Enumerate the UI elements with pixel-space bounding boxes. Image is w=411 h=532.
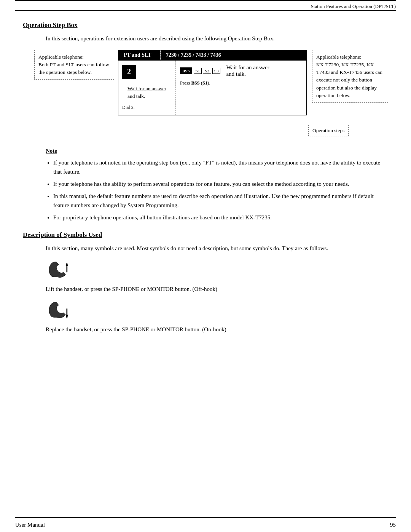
left-note-box: Applicable telephone: Both PT and SLT us…: [34, 50, 114, 80]
wait-text-1a: Wait for an answer: [127, 85, 166, 93]
wait-underline-1a: Wait for an answer: [127, 86, 166, 91]
bss-bold: BSS: [191, 80, 200, 86]
step-box-header: PT and SLT 7230 / 7235 / 7433 / 7436: [118, 50, 306, 61]
onhook-svg: [46, 300, 73, 323]
offhook-svg: [46, 260, 73, 283]
symbols-section: Description of Symbols Used In this sect…: [23, 231, 388, 334]
operation-steps-label: Operation steps: [312, 128, 344, 133]
step-wait-left: Wait for an answer and talk.: [122, 80, 172, 105]
operation-step-box-section: Operation Step Box In this section, oper…: [23, 21, 388, 136]
s1-button[interactable]: S1: [194, 68, 202, 74]
header-cell-pt-slt: PT and SLT: [118, 50, 160, 60]
step-box-body: 2 Wait for an answer and talk. Dial 2. B…: [118, 61, 306, 115]
step-right-col: BSS S1 S2 S3 Wait for an answer and talk…: [176, 61, 306, 115]
footer-left: User Manual: [15, 522, 45, 528]
press-bss-label: Press BSS (S1).: [180, 80, 303, 86]
symbol2-desc: Replace the handset, or press the SP-PHO…: [46, 325, 388, 334]
main-content: Operation Step Box In this section, oper…: [0, 11, 411, 356]
operation-steps-box: Operation steps: [308, 125, 349, 136]
list-item: In this manual, the default feature numb…: [53, 192, 388, 210]
bss-button[interactable]: BSS: [180, 67, 192, 74]
bss-button-row: BSS S1 S2 S3 Wait for an answer and talk…: [180, 64, 303, 77]
step-left-col: 2 Wait for an answer and talk. Dial 2.: [118, 61, 176, 115]
step-number: 2: [122, 65, 136, 79]
left-note-text: Both PT and SLT users can follow the ope…: [38, 62, 109, 75]
center-step-block: PT and SLT 7230 / 7235 / 7433 / 7436 2 W…: [118, 50, 307, 116]
right-note-label: Applicable telephone:: [316, 54, 362, 60]
section1-title: Operation Step Box: [23, 21, 388, 29]
wait-text-2a: Wait for an answer: [226, 64, 269, 70]
diagram-area: Applicable telephone: Both PT and SLT us…: [34, 50, 388, 137]
note-section: Note If your telephone is not noted in t…: [23, 148, 388, 222]
right-note-box: Applicable telephone: KX-T7230, KX-T7235…: [312, 50, 388, 103]
note-title: Note: [46, 148, 388, 154]
list-item: For proprietary telephone operations, al…: [53, 213, 388, 222]
list-item: If your telephone has the ability to per…: [53, 179, 388, 189]
symbol1-desc: Lift the handset, or press the SP-PHONE …: [46, 285, 388, 294]
s2-button[interactable]: S2: [203, 68, 211, 74]
right-note-text: KX-T7230, KX-T7235, KX-T7433 and KX-T743…: [316, 62, 382, 98]
section2-title: Description of Symbols Used: [23, 231, 388, 239]
symbol2-item: Replace the handset, or press the SP-PHO…: [46, 300, 388, 334]
page-footer: User Manual 95: [15, 517, 396, 532]
header-title: Station Features and Operation (DPT/SLT): [311, 3, 396, 10]
page-header: Station Features and Operation (DPT/SLT): [0, 1, 411, 10]
symbol1-item: Lift the handset, or press the SP-PHONE …: [46, 260, 388, 294]
wait-text-1b: and talk.: [127, 93, 166, 100]
offhook-icon: [46, 260, 388, 283]
left-note-label: Applicable telephone:: [38, 54, 84, 60]
step-dial-label: Dial 2.: [122, 105, 135, 110]
s3-button[interactable]: S3: [212, 68, 221, 74]
section1-intro: In this section, operations for extensio…: [46, 34, 388, 43]
onhook-icon: [46, 300, 388, 323]
header-cell-model: 7230 / 7235 / 7433 / 7436: [161, 50, 306, 60]
right-col: Applicable telephone: KX-T7230, KX-T7235…: [308, 50, 388, 137]
wait-text-2b: and talk.: [226, 71, 246, 77]
footer-right: 95: [390, 522, 396, 528]
s1-bold: S1: [202, 80, 207, 86]
step-wait-right: Wait for an answer and talk.: [226, 64, 269, 77]
list-item: If your telephone is not noted in the op…: [53, 158, 388, 176]
section2-intro: In this section, many symbols are used. …: [46, 244, 388, 253]
step-box: PT and SLT 7230 / 7235 / 7433 / 7436 2 W…: [118, 50, 307, 116]
note-list: If your telephone is not noted in the op…: [53, 158, 388, 222]
